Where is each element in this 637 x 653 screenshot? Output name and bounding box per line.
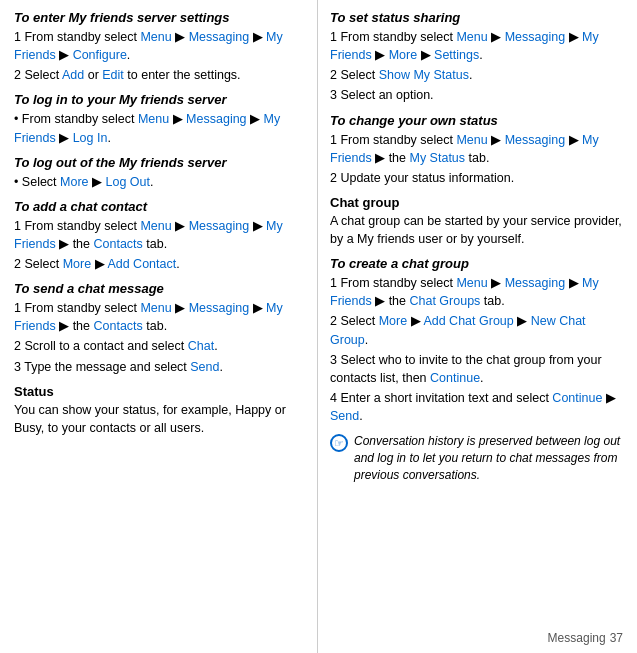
step-2-change-status: 2 Update your status information. (330, 169, 625, 187)
section-title-log-in: To log in to your My friends server (14, 92, 305, 107)
step-1-change-status: 1 From standby select Menu ▶ Messaging ▶… (330, 131, 625, 167)
tip-text: Conversation history is preserved betwee… (354, 433, 625, 483)
section-status-sharing: To set status sharing 1 From standby sel… (330, 10, 625, 105)
section-create-chat-group: To create a chat group 1 From standby se… (330, 256, 625, 425)
left-column: To enter My friends server settings 1 Fr… (0, 0, 318, 653)
chat-group-heading: Chat group (330, 195, 625, 210)
footer-page: Messaging 37 (548, 631, 623, 645)
section-status: Status You can show your status, for exa… (14, 384, 305, 437)
section-change-status: To change your own status 1 From standby… (330, 113, 625, 187)
step-2-create-group: 2 Select More ▶ Add Chat Group ▶ New Cha… (330, 312, 625, 348)
step-3-create-group: 3 Select who to invite to the chat group… (330, 351, 625, 387)
tip-box: ☞ Conversation history is preserved betw… (330, 433, 625, 483)
section-log-out: To log out of the My friends server • Se… (14, 155, 305, 191)
section-title-send-message: To send a chat message (14, 281, 305, 296)
step-3-status-sharing: 3 Select an option. (330, 86, 625, 104)
section-send-message: To send a chat message 1 From standby se… (14, 281, 305, 376)
step-2-add-contact: 2 Select More ▶ Add Contact. (14, 255, 305, 273)
section-enter-settings: To enter My friends server settings 1 Fr… (14, 10, 305, 84)
tip-icon: ☞ (330, 434, 348, 452)
step-1-enter: 1 From standby select Menu ▶ Messaging ▶… (14, 28, 305, 64)
footer-label: Messaging (548, 631, 606, 645)
section-title-log-out: To log out of the My friends server (14, 155, 305, 170)
right-column: To set status sharing 1 From standby sel… (318, 0, 637, 653)
chat-group-body: A chat group can be started by your serv… (330, 212, 625, 248)
step-2-enter: 2 Select Add or Edit to enter the settin… (14, 66, 305, 84)
step-2-send: 2 Scroll to a contact and select Chat. (14, 337, 305, 355)
step-4-create-group: 4 Enter a short invitation text and sele… (330, 389, 625, 425)
status-heading: Status (14, 384, 305, 399)
footer: Messaging 37 (548, 631, 623, 645)
section-title-add-contact: To add a chat contact (14, 199, 305, 214)
step-1-add-contact: 1 From standby select Menu ▶ Messaging ▶… (14, 217, 305, 253)
section-log-in: To log in to your My friends server • Fr… (14, 92, 305, 146)
status-body: You can show your status, for example, H… (14, 401, 305, 437)
section-add-contact: To add a chat contact 1 From standby sel… (14, 199, 305, 273)
section-title-create-chat-group: To create a chat group (330, 256, 625, 271)
step-1-status-sharing: 1 From standby select Menu ▶ Messaging ▶… (330, 28, 625, 64)
section-title-change-status: To change your own status (330, 113, 625, 128)
step-3-send: 3 Type the message and select Send. (14, 358, 305, 376)
section-title-status-sharing: To set status sharing (330, 10, 625, 25)
section-chat-group: Chat group A chat group can be started b… (330, 195, 625, 248)
bullet-log-out: • Select More ▶ Log Out. (14, 173, 305, 191)
step-1-create-group: 1 From standby select Menu ▶ Messaging ▶… (330, 274, 625, 310)
bullet-log-in: • From standby select Menu ▶ Messaging ▶… (14, 110, 305, 146)
section-title-enter-settings: To enter My friends server settings (14, 10, 305, 25)
footer-page-number: 37 (610, 631, 623, 645)
step-1-send: 1 From standby select Menu ▶ Messaging ▶… (14, 299, 305, 335)
step-2-status-sharing: 2 Select Show My Status. (330, 66, 625, 84)
